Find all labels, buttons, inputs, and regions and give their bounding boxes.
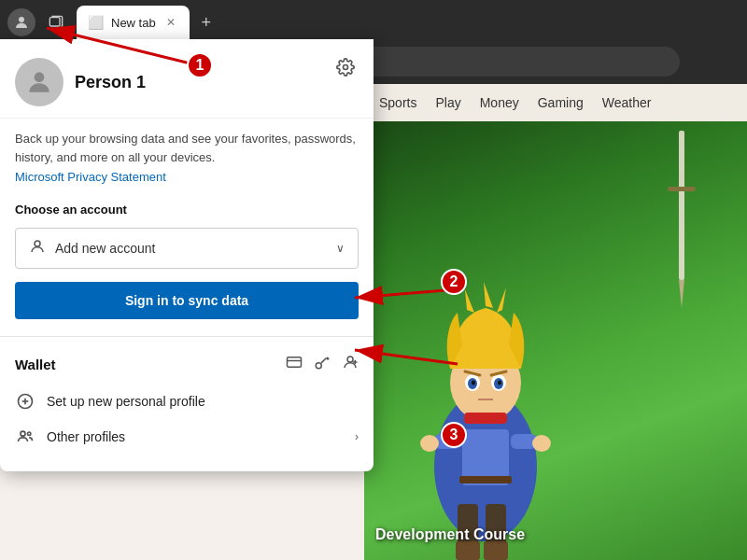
- account-icon: [29, 238, 46, 259]
- svg-rect-28: [288, 357, 302, 368]
- svg-point-30: [316, 363, 321, 369]
- profile-name: Person 1: [75, 73, 146, 92]
- privacy-link[interactable]: Microsoft Privacy Statement: [0, 170, 374, 195]
- profile-panel: Person 1 Back up your browsing data and …: [0, 39, 374, 471]
- nav-sports[interactable]: Sports: [379, 95, 416, 110]
- svg-point-35: [21, 431, 25, 436]
- svg-point-23: [498, 381, 501, 385]
- profile-header: Person 1: [0, 39, 374, 119]
- avatar: [15, 58, 63, 106]
- profiles-icon: [15, 427, 35, 447]
- svg-point-0: [19, 17, 24, 22]
- svg-rect-11: [459, 476, 512, 483]
- svg-point-22: [472, 381, 475, 385]
- svg-point-25: [35, 72, 45, 82]
- svg-point-36: [28, 432, 31, 435]
- choose-account-label: Choose an account: [0, 195, 374, 224]
- browser-chrome: ⬜ New tab ✕ +: [0, 0, 747, 39]
- wallet-header: Wallet: [15, 354, 359, 374]
- tab-close-button[interactable]: ✕: [163, 15, 178, 30]
- wallet-icons: [286, 354, 359, 374]
- sync-button[interactable]: Sign in to sync data: [15, 282, 359, 319]
- other-profiles-label: Other profiles: [47, 429, 125, 444]
- add-account-dropdown[interactable]: Add new account ∨: [15, 228, 359, 269]
- add-account-label: Add new account: [55, 241, 327, 256]
- other-profiles-item[interactable]: Other profiles ›: [15, 419, 359, 455]
- svg-rect-4: [668, 187, 696, 191]
- divider: [0, 336, 374, 337]
- profile-description: Back up your browsing data and see your …: [0, 119, 374, 170]
- profile-button[interactable]: [7, 8, 35, 36]
- plus-circle-icon: [15, 391, 35, 412]
- svg-rect-8: [456, 541, 480, 560]
- nav-weather[interactable]: Weather: [602, 95, 652, 110]
- setup-profile-item[interactable]: Set up new personal profile: [15, 384, 359, 419]
- card-icon[interactable]: [286, 354, 303, 374]
- hero-area: Development Course: [364, 121, 747, 560]
- tab-label: New tab: [111, 16, 156, 30]
- svg-rect-1: [49, 18, 60, 26]
- tab-bar: ⬜ New tab ✕ +: [0, 0, 747, 39]
- active-tab[interactable]: ⬜ New tab ✕: [77, 6, 190, 39]
- nav-play[interactable]: Play: [435, 95, 460, 110]
- tab-switcher-button[interactable]: [43, 9, 69, 35]
- svg-point-27: [35, 241, 40, 246]
- setup-profile-label: Set up new personal profile: [47, 394, 205, 409]
- wallet-title: Wallet: [15, 357, 286, 372]
- svg-marker-3: [679, 280, 684, 308]
- svg-point-15: [532, 435, 551, 452]
- svg-point-31: [347, 357, 353, 362]
- svg-rect-2: [679, 131, 684, 280]
- chevron-down-icon: ∨: [336, 242, 345, 255]
- character-svg: [383, 261, 588, 560]
- key-icon[interactable]: [314, 354, 331, 374]
- nav-gaming[interactable]: Gaming: [538, 95, 584, 110]
- chevron-right-icon: ›: [355, 430, 359, 443]
- sword-decoration: [654, 131, 728, 317]
- content-nav: Sports Play Money Gaming Weather: [364, 84, 747, 121]
- svg-point-26: [344, 65, 348, 70]
- wallet-section: Wallet: [0, 344, 374, 464]
- tab-icon: ⬜: [88, 15, 104, 30]
- new-tab-button[interactable]: +: [193, 9, 219, 35]
- svg-point-14: [420, 435, 439, 452]
- profile-icon[interactable]: [342, 354, 359, 374]
- svg-rect-24: [464, 413, 507, 424]
- settings-gear-button[interactable]: [332, 54, 359, 80]
- hero-text: Development Course: [375, 526, 525, 543]
- svg-rect-9: [484, 541, 508, 560]
- nav-money[interactable]: Money: [480, 95, 519, 110]
